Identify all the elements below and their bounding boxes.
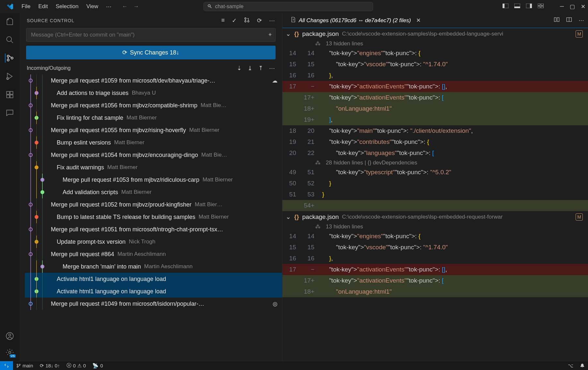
source-control-icon[interactable] xyxy=(5,54,14,63)
source-control-sidebar: SOURCE CONTROL ≡ ✓ ⟳ ⋯ ✦ ⟳ Sync Changes … xyxy=(20,13,282,361)
layout-secondary-sidebar-icon[interactable] xyxy=(526,3,532,10)
editor-tab-bar: All Changes (06179cd6 ↔ de7a4ec7) (2 fil… xyxy=(282,13,588,28)
fold-icon[interactable]: ⁂ xyxy=(315,159,321,166)
commit-row[interactable]: Add actions to triage issuesBhavya U xyxy=(25,87,282,99)
fetch-icon[interactable]: ⇣ xyxy=(237,65,242,72)
tab-close-icon[interactable]: ✕ xyxy=(416,17,421,24)
commit-row[interactable]: Merge pull request #1053 from mjbvz/ridi… xyxy=(25,174,282,186)
commit-row[interactable]: Merge pull request #1054 from mjbvz/enco… xyxy=(25,149,282,161)
commit-row[interactable]: Merge pull request #1055 from mjbvz/risi… xyxy=(25,124,282,136)
diff-line: 54 xyxy=(282,200,588,211)
diff-panel[interactable]: ⌄{}package.jsonC:\code\vscode-extension-… xyxy=(282,28,588,361)
hidden-lines-indicator[interactable]: ⁂28 hidden lines | {} devDependencies xyxy=(282,159,588,167)
commit-message: Merge branch 'main' into main xyxy=(63,263,141,270)
more-actions-icon[interactable]: ⋯ xyxy=(269,17,275,24)
commit-message-input[interactable] xyxy=(26,28,276,42)
diff-line: 1616 }, xyxy=(282,253,588,264)
sync-status[interactable]: ⟳18↓ 0↑ xyxy=(37,363,63,369)
open-changes-icon[interactable] xyxy=(554,17,560,24)
commit-author: Matt Bie… xyxy=(201,152,227,158)
commit-row[interactable]: Fix audit warningsMatt Bierner xyxy=(25,161,282,174)
window-maximize-icon[interactable]: ▢ xyxy=(570,3,575,10)
commit-row[interactable]: Merge pull request #1052 from mjbvz/prou… xyxy=(25,198,282,211)
layout-primary-sidebar-icon[interactable] xyxy=(503,3,508,10)
search-icon[interactable] xyxy=(5,35,14,44)
window-close-icon[interactable]: ✕ xyxy=(581,3,585,10)
commit-row[interactable]: Merge branch 'main' into mainMartin Aesc… xyxy=(25,260,282,273)
chevron-down-icon[interactable]: ⌄ xyxy=(286,30,291,38)
svg-rect-7 xyxy=(541,4,543,6)
create-pr-icon[interactable] xyxy=(244,17,250,24)
cloud-icon: ☁ xyxy=(272,77,278,84)
nav-forward-icon[interactable]: → xyxy=(133,3,139,10)
modified-badge-icon: M xyxy=(576,213,583,221)
notifications-bell-icon[interactable]: 🔔︎ xyxy=(577,363,588,368)
commit-row[interactable]: Merge pull request #1059 from microsoft/… xyxy=(25,74,282,87)
commit-message: Fix linting for chat sample xyxy=(57,115,123,121)
commit-message: Merge pull request #1056 from mjbvz/comp… xyxy=(51,102,197,109)
commit-row[interactable]: Bump to latest stable TS release for bui… xyxy=(25,211,282,223)
layout-panel-icon[interactable] xyxy=(514,3,520,10)
diff-line: 1820 "tok-key">"main""tok-punc">: "./cli… xyxy=(282,125,588,136)
chevron-down-icon[interactable]: ⌄ xyxy=(286,213,291,221)
commit-row[interactable]: Bump eslint versionsMatt Bierner xyxy=(25,136,282,149)
nav-back-icon[interactable]: ← xyxy=(122,3,128,10)
accounts-icon[interactable] xyxy=(5,331,14,341)
commit-author: Matt Bierner xyxy=(114,139,144,146)
diff-file-header[interactable]: ⌄{}package.jsonC:\code\vscode-extension-… xyxy=(282,211,588,223)
commit-row[interactable]: Merge pull request #1051 from microsoft/… xyxy=(25,223,282,236)
remote-indicator[interactable] xyxy=(0,361,13,370)
more-section-actions-icon[interactable]: ⋯ xyxy=(269,65,275,72)
fold-icon[interactable]: ⁂ xyxy=(315,40,321,47)
split-editor-icon[interactable] xyxy=(566,17,572,24)
commit-checkmark-icon[interactable]: ✓ xyxy=(232,17,237,24)
section-incoming-outgoing[interactable]: Incoming/Outgoing xyxy=(27,65,70,71)
menu-edit[interactable]: Edit xyxy=(34,1,52,12)
commit-row[interactable]: Merge pull request #864Martin Aeschliman… xyxy=(25,248,282,260)
diff-file-path: C:\code\vscode-extension-samples\lsp-emb… xyxy=(342,214,503,220)
commit-graph[interactable]: Merge pull request #1059 from microsoft/… xyxy=(20,74,282,361)
commit-author: Matt Bierner xyxy=(189,127,219,133)
svg-rect-16 xyxy=(10,91,13,94)
fold-icon[interactable]: ⁂ xyxy=(315,223,321,230)
sparkle-icon[interactable]: ✦ xyxy=(268,31,272,38)
modified-badge-icon: M xyxy=(576,30,583,38)
diff-file-header[interactable]: ⌄{}package.jsonC:\code\vscode-extension-… xyxy=(282,28,588,39)
run-debug-icon[interactable] xyxy=(5,72,14,81)
diff-line: 17 "tok-key">"activationEvents""tok-punc… xyxy=(282,92,588,103)
commit-author: Matt Bierner xyxy=(107,164,138,171)
layout-customize-icon[interactable] xyxy=(538,3,544,10)
commit-row[interactable]: Add validation scriptsMatt Bierner xyxy=(25,186,282,198)
command-center[interactable]: 🔍︎ chat-sample xyxy=(204,2,373,11)
menu-overflow-icon[interactable]: ⋯ xyxy=(102,1,115,12)
commit-row[interactable]: Fix linting for chat sampleMatt Bierner xyxy=(25,112,282,124)
commit-row[interactable]: Merge pull request #1049 from microsoft/… xyxy=(25,298,282,310)
problems-indicator[interactable]: ⓧ0⚠0 xyxy=(63,362,89,369)
commit-row[interactable]: Update prompt-tsx versionNick Trogh xyxy=(25,236,282,248)
menu-view[interactable]: View xyxy=(83,1,102,12)
copilot-status-icon[interactable]: ⌥ xyxy=(565,363,577,369)
view-as-list-icon[interactable]: ≡ xyxy=(221,17,225,24)
menu-file[interactable]: File xyxy=(18,1,34,12)
pull-icon[interactable]: ⤓ xyxy=(248,65,252,72)
extensions-icon[interactable] xyxy=(5,90,14,99)
commit-row[interactable]: Activate html1 language on language load xyxy=(25,285,282,298)
svg-rect-15 xyxy=(7,91,9,94)
commit-row[interactable]: Merge pull request #1056 from mjbvz/comp… xyxy=(25,99,282,112)
push-icon[interactable]: ⤒ xyxy=(258,65,263,72)
window-minimize-icon[interactable]: ─ xyxy=(560,3,564,10)
sync-changes-button[interactable]: ⟳ Sync Changes 18↓ xyxy=(26,46,276,59)
explorer-icon[interactable] xyxy=(5,17,14,26)
tab-all-changes[interactable]: All Changes (06179cd6 ↔ de7a4ec7) (2 fil… xyxy=(286,13,425,28)
settings-gear-icon[interactable]: VS xyxy=(5,348,14,357)
menu-selection[interactable]: Selection xyxy=(52,1,83,12)
tab-more-icon[interactable]: ⋯ xyxy=(579,17,584,24)
hidden-lines-indicator[interactable]: ⁂13 hidden lines xyxy=(282,39,588,48)
commit-row[interactable]: Activate html1 language on language load xyxy=(25,273,282,285)
hidden-lines-indicator[interactable]: ⁂13 hidden lines xyxy=(282,223,588,231)
commit-message: Merge pull request #1052 from mjbvz/prou… xyxy=(51,201,191,208)
ports-indicator[interactable]: 📡0 xyxy=(89,363,106,369)
chat-icon[interactable] xyxy=(5,108,14,117)
refresh-icon[interactable]: ⟳ xyxy=(257,17,262,24)
branch-indicator[interactable]: main xyxy=(13,363,37,368)
